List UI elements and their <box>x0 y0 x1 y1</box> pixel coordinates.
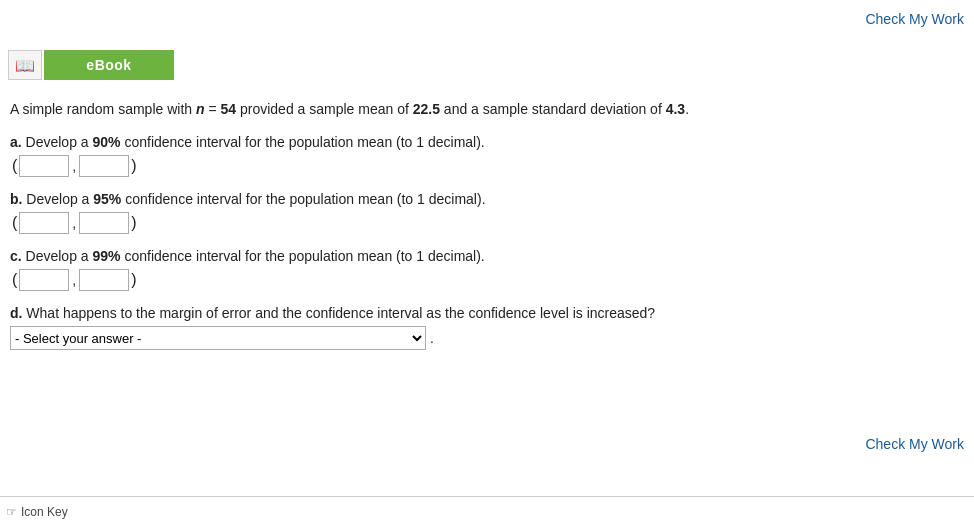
icon-key-symbol: ☞ <box>6 505 17 519</box>
question-d-label: d. What happens to the margin of error a… <box>10 305 966 321</box>
question-b-block: b. Develop a 95% confidence interval for… <box>8 191 966 234</box>
icon-key-label: Icon Key <box>21 505 68 519</box>
book-icon: 📖 <box>15 56 35 75</box>
input-c-upper[interactable] <box>79 269 129 291</box>
open-paren-b: ( <box>12 214 17 232</box>
question-a-label: a. Develop a 90% confidence interval for… <box>10 134 966 150</box>
question-d-select[interactable]: - Select your answer - The margin of err… <box>10 326 426 350</box>
question-a-inputs: ( , ) <box>12 155 966 177</box>
check-my-work-bottom-link[interactable]: Check My Work <box>865 436 964 452</box>
question-d-block: d. What happens to the margin of error a… <box>8 305 966 350</box>
check-my-work-top-link[interactable]: Check My Work <box>865 11 964 27</box>
question-d-select-row: - Select your answer - The margin of err… <box>10 326 966 350</box>
input-b-lower[interactable] <box>19 212 69 234</box>
question-c-block: c. Develop a 99% confidence interval for… <box>8 248 966 291</box>
input-a-lower[interactable] <box>19 155 69 177</box>
ebook-bar: 📖 eBook <box>8 50 966 80</box>
input-a-upper[interactable] <box>79 155 129 177</box>
question-c-label: c. Develop a 99% confidence interval for… <box>10 248 966 264</box>
close-paren-b: ) <box>131 214 136 232</box>
question-c-inputs: ( , ) <box>12 269 966 291</box>
ebook-icon-box: 📖 <box>8 50 42 80</box>
period-d: . <box>430 330 434 346</box>
comma-a: , <box>72 158 76 174</box>
close-paren-c: ) <box>131 271 136 289</box>
close-paren-a: ) <box>131 157 136 175</box>
comma-c: , <box>72 272 76 288</box>
open-paren-c: ( <box>12 271 17 289</box>
ebook-button[interactable]: eBook <box>44 50 174 80</box>
comma-b: , <box>72 215 76 231</box>
icon-key-bar: ☞ Icon Key <box>0 496 974 527</box>
question-b-inputs: ( , ) <box>12 212 966 234</box>
open-paren-a: ( <box>12 157 17 175</box>
input-b-upper[interactable] <box>79 212 129 234</box>
input-c-lower[interactable] <box>19 269 69 291</box>
question-b-label: b. Develop a 95% confidence interval for… <box>10 191 966 207</box>
problem-description: A simple random sample with n = 54 provi… <box>10 98 966 120</box>
question-a-block: a. Develop a 90% confidence interval for… <box>8 134 966 177</box>
